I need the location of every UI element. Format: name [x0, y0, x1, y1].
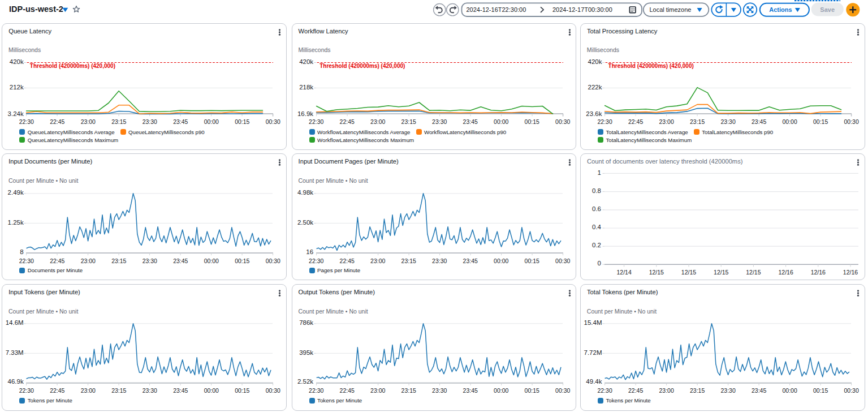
svg-text:IDP-us-west-2: IDP-us-west-2 [9, 5, 63, 14]
svg-text:Save: Save [820, 6, 835, 13]
svg-text:Actions: Actions [769, 6, 792, 13]
svg-text:2024-12-16T22:30:00: 2024-12-16T22:30:00 [467, 6, 526, 13]
svg-text:Local timezone: Local timezone [649, 6, 691, 13]
svg-text:2024-12-17T00:30:00: 2024-12-17T00:30:00 [552, 6, 612, 13]
